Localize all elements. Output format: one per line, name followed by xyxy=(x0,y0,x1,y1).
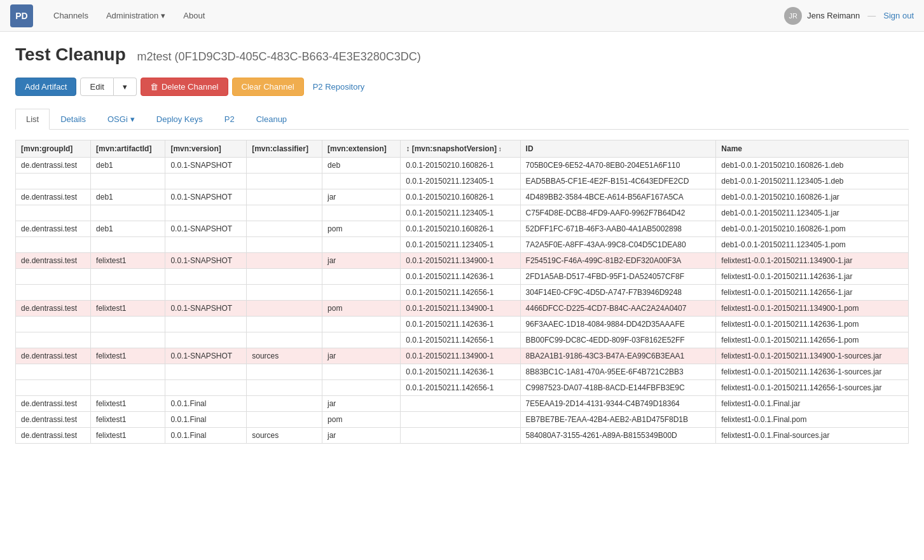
cell-id: EAD5BBA5-CF1E-4E2F-B151-4C643EDFE2CD xyxy=(520,174,716,189)
cell-extension: jar xyxy=(322,253,401,269)
cell-artifactId xyxy=(91,285,165,301)
table-row: de.dentrassi.testfelixtest10.0.1-SNAPSHO… xyxy=(16,253,909,269)
cell-extension xyxy=(322,205,401,221)
brand[interactable]: PD xyxy=(10,4,33,27)
edit-button[interactable]: Edit xyxy=(80,78,113,96)
tab-p2[interactable]: P2 xyxy=(214,109,245,130)
cell-extension xyxy=(322,269,401,285)
cell-classifier xyxy=(247,237,322,253)
table-row: de.dentrassi.testfelixtest10.0.1-SNAPSHO… xyxy=(16,348,909,364)
cell-artifactId: deb1 xyxy=(91,221,165,237)
cell-version xyxy=(165,237,247,253)
col-header-artifactId: [mvn:artifactId] xyxy=(91,140,165,158)
cell-id: 8B83BC1C-1A81-470A-95EE-6F4B721C2BB3 xyxy=(520,364,716,380)
cell-artifactId xyxy=(91,205,165,221)
table-row: 0.0.1-20150211.142656-1BB00FC99-DC8C-4ED… xyxy=(16,332,909,348)
cell-snapshotVersion: 0.0.1-20150211.142656-1 xyxy=(401,380,520,396)
sign-out-link[interactable]: Sign out xyxy=(883,11,914,20)
cell-version xyxy=(165,174,247,189)
cell-artifactId: felixtest1 xyxy=(91,253,165,269)
cell-classifier xyxy=(247,285,322,301)
cell-version: 0.0.1-SNAPSHOT xyxy=(165,253,247,269)
nav-about[interactable]: About xyxy=(176,7,212,24)
cell-id: F254519C-F46A-499C-81B2-EDF320A00F3A xyxy=(520,253,716,269)
cell-snapshotVersion: 0.0.1-20150211.142636-1 xyxy=(401,364,520,380)
page-title-main: Test Cleanup xyxy=(15,44,126,64)
cell-extension xyxy=(322,332,401,348)
cell-groupId: de.dentrassi.test xyxy=(16,253,91,269)
cell-extension xyxy=(322,285,401,301)
nav-administration[interactable]: Administration ▾ xyxy=(99,7,173,24)
cell-id: 2FD1A5AB-D517-4FBD-95F1-DA524057CF8F xyxy=(520,269,716,285)
cell-id: EB7BE7BE-7EAA-42B4-AEB2-AB1D475F8D1B xyxy=(520,412,716,428)
artifacts-table: [mvn:groupId] [mvn:artifactId] [mvn:vers… xyxy=(15,140,909,444)
action-bar: Add Artifact Edit ▾ 🗑 Delete Channel Cle… xyxy=(15,78,909,96)
trash-icon: 🗑 xyxy=(150,82,158,92)
cell-id: 52DFF1FC-671B-46F3-AAB0-4A1AB5002898 xyxy=(520,221,716,237)
col-header-version: [mvn:version] xyxy=(165,140,247,158)
table-row: de.dentrassi.testdeb10.0.1-SNAPSHOTdeb0.… xyxy=(16,158,909,174)
cell-name: felixtest1-0.0.1-20150211.134900-1-sourc… xyxy=(716,348,909,364)
cell-version: 0.0.1.Final xyxy=(165,412,247,428)
p2-repository-button[interactable]: P2 Repository xyxy=(308,78,370,95)
cell-extension: deb xyxy=(322,158,401,174)
clear-channel-button[interactable]: Clear Channel xyxy=(232,78,304,96)
table-row: de.dentrassi.testfelixtest10.0.1.Finalpo… xyxy=(16,412,909,428)
cell-snapshotVersion: 0.0.1-20150211.134900-1 xyxy=(401,348,520,364)
tab-details[interactable]: Details xyxy=(50,109,97,130)
cell-name: felixtest1-0.0.1-20150211.134900-1.pom xyxy=(716,301,909,317)
avatar: JR xyxy=(784,7,802,25)
cell-version xyxy=(165,332,247,348)
cell-classifier xyxy=(247,412,322,428)
page-title: Test Cleanup m2test (0F1D9C3D-405C-483C-… xyxy=(15,44,909,65)
cell-snapshotVersion: 0.0.1-20150210.160826-1 xyxy=(401,221,520,237)
table-row: de.dentrassi.testdeb10.0.1-SNAPSHOTpom0.… xyxy=(16,221,909,237)
add-artifact-button[interactable]: Add Artifact xyxy=(15,78,76,96)
cell-groupId xyxy=(16,174,91,189)
cell-snapshotVersion: 0.0.1-20150211.142656-1 xyxy=(401,332,520,348)
cell-extension xyxy=(322,237,401,253)
cell-classifier xyxy=(247,364,322,380)
cell-version xyxy=(165,380,247,396)
col-header-extension: [mvn:extension] xyxy=(322,140,401,158)
col-header-classifier: [mvn:classifier] xyxy=(247,140,322,158)
tab-osgi[interactable]: OSGi ▾ xyxy=(97,109,146,130)
cell-snapshotVersion xyxy=(401,412,520,428)
cell-classifier xyxy=(247,205,322,221)
cell-extension xyxy=(322,174,401,189)
tab-deploy-keys[interactable]: Deploy Keys xyxy=(146,109,214,130)
table-header-row: [mvn:groupId] [mvn:artifactId] [mvn:vers… xyxy=(16,140,909,158)
cell-name: felixtest1-0.0.1.Final.pom xyxy=(716,412,909,428)
cell-snapshotVersion: 0.0.1-20150210.160826-1 xyxy=(401,189,520,205)
col-header-name: Name xyxy=(716,140,909,158)
delete-channel-button[interactable]: 🗑 Delete Channel xyxy=(141,78,228,96)
cell-artifactId xyxy=(91,364,165,380)
cell-version: 0.0.1-SNAPSHOT xyxy=(165,301,247,317)
cell-groupId: de.dentrassi.test xyxy=(16,412,91,428)
cell-groupId: de.dentrassi.test xyxy=(16,396,91,412)
chevron-down-icon: ▾ xyxy=(161,11,165,20)
cell-snapshotVersion: 0.0.1-20150211.134900-1 xyxy=(401,253,520,269)
main-content: Test Cleanup m2test (0F1D9C3D-405C-483C-… xyxy=(0,32,924,456)
tab-list[interactable]: List xyxy=(15,109,50,130)
cell-groupId xyxy=(16,269,91,285)
cell-name: felixtest1-0.0.1-20150211.142636-1.pom xyxy=(716,317,909,332)
cell-version xyxy=(165,205,247,221)
cell-extension xyxy=(322,317,401,332)
cell-artifactId: felixtest1 xyxy=(91,396,165,412)
cell-classifier xyxy=(247,189,322,205)
edit-dropdown-button[interactable]: ▾ xyxy=(114,78,137,96)
cell-artifactId xyxy=(91,332,165,348)
col-header-snapshotVersion[interactable]: ↕ [mvn:snapshotVersion] xyxy=(401,140,520,158)
tab-cleanup[interactable]: Cleanup xyxy=(245,109,298,130)
cell-snapshotVersion xyxy=(401,428,520,444)
cell-snapshotVersion: 0.0.1-20150211.142636-1 xyxy=(401,269,520,285)
cell-groupId xyxy=(16,237,91,253)
cell-id: C9987523-DA07-418B-8ACD-E144FBFB3E9C xyxy=(520,380,716,396)
cell-artifactId xyxy=(91,380,165,396)
cell-groupId: de.dentrassi.test xyxy=(16,189,91,205)
cell-name: felixtest1-0.0.1.Final.jar xyxy=(716,396,909,412)
table-row: 0.0.1-20150211.123405-1EAD5BBA5-CF1E-4E2… xyxy=(16,174,909,189)
cell-artifactId: deb1 xyxy=(91,189,165,205)
nav-channels[interactable]: Channels xyxy=(46,7,96,24)
